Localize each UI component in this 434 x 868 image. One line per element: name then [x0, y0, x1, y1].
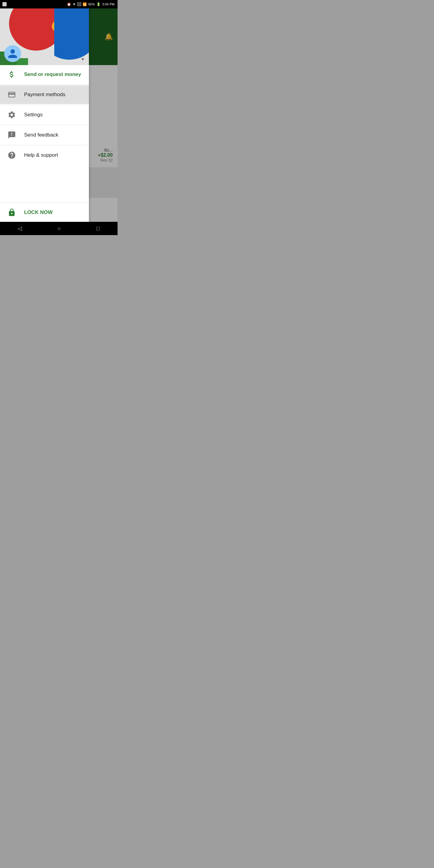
wifi-icon: ▼	[73, 2, 76, 6]
divider-2	[0, 104, 89, 105]
gear-icon	[6, 109, 18, 121]
avatar-icon	[7, 48, 18, 59]
back-button[interactable]: ◁	[18, 225, 22, 232]
clock: 3:04 PM	[102, 2, 115, 6]
no-sim-icon: N	[78, 2, 82, 6]
send-money-label: Send or request money	[24, 71, 81, 78]
home-button[interactable]: ○	[58, 225, 61, 232]
battery-icon: 🔋	[96, 2, 101, 6]
status-bar: ⏰ ▼ N 📶 65% 🔋 3:04 PM	[0, 0, 118, 8]
drawer-header: ▼	[0, 8, 89, 65]
recent-button[interactable]: □	[96, 225, 100, 232]
divider-1	[0, 84, 89, 85]
payment-methods-label: Payment methods	[24, 92, 65, 98]
signal-icon: 📶	[83, 2, 87, 6]
menu-item-payment-methods[interactable]: Payment methods	[0, 85, 89, 104]
battery-percent: 65%	[88, 2, 95, 6]
card-icon	[6, 89, 18, 100]
drawer-menu: Send or request money Payment methods Se…	[0, 65, 89, 203]
status-square	[2, 2, 7, 6]
help-icon	[6, 150, 18, 161]
menu-item-help-support[interactable]: Help & support	[0, 146, 89, 164]
status-bar-left	[2, 2, 7, 6]
help-support-label: Help & support	[24, 152, 58, 158]
avatar[interactable]	[4, 45, 21, 62]
account-dropdown[interactable]: ▼	[81, 57, 85, 61]
settings-label: Settings	[24, 112, 42, 118]
menu-item-settings[interactable]: Settings	[0, 105, 89, 124]
send-feedback-label: Send feedback	[24, 132, 58, 138]
feedback-icon	[6, 129, 18, 141]
status-bar-right: ⏰ ▼ N 📶 65% 🔋 3:04 PM	[67, 2, 115, 6]
menu-item-send-feedback[interactable]: Send feedback	[0, 126, 89, 144]
bottom-nav: ◁ ○ □	[0, 222, 118, 235]
alarm-icon: ⏰	[67, 2, 71, 6]
lock-now-label[interactable]: LOCK NOW	[24, 210, 53, 216]
dollar-icon	[6, 69, 18, 80]
divider-3	[0, 125, 89, 125]
lock-icon	[6, 207, 18, 218]
menu-item-send-money[interactable]: Send or request money	[0, 65, 89, 84]
drawer-footer: LOCK NOW	[0, 203, 89, 222]
navigation-drawer: ▼ Send or request money Payment methods	[0, 8, 89, 222]
divider-4	[0, 145, 89, 145]
